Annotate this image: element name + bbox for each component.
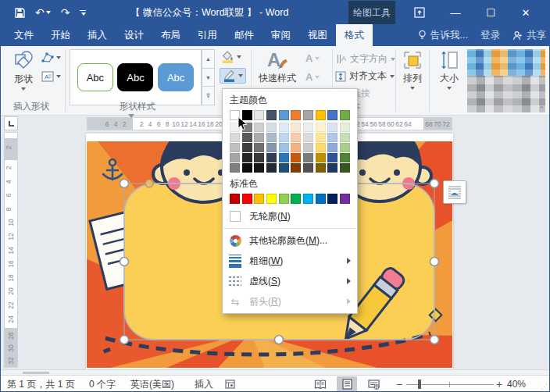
resize-grip[interactable]: ⋰ [541, 383, 548, 390]
variant-color-swatch[interactable] [242, 123, 252, 132]
read-mode-icon[interactable] [310, 376, 330, 392]
standard-color-swatch[interactable] [279, 194, 289, 204]
tab-审阅[interactable]: 审阅 [262, 24, 299, 46]
tab-邮件[interactable]: 邮件 [226, 24, 262, 46]
tab-文件[interactable]: 文件 [5, 24, 42, 46]
variant-color-swatch[interactable] [291, 143, 301, 152]
shape-style-preset[interactable]: Abc [77, 63, 113, 91]
theme-color-swatch[interactable] [279, 110, 289, 120]
language-status[interactable]: 英语(美国) [130, 376, 174, 392]
selection-handle[interactable] [275, 336, 284, 344]
gallery-up-icon[interactable]: ▲ [202, 49, 215, 69]
variant-color-swatch[interactable] [242, 153, 252, 162]
edit-shape-button[interactable] [41, 52, 61, 63]
menu-item-weight[interactable]: 粗细(W) [223, 251, 357, 271]
variant-color-swatch[interactable] [316, 143, 326, 152]
variant-color-swatch[interactable] [291, 153, 301, 162]
variant-color-swatch[interactable] [230, 163, 240, 173]
theme-color-swatch[interactable] [316, 110, 326, 120]
tab-设计[interactable]: 设计 [116, 24, 152, 46]
text-direction-button[interactable]: A 文字方向 [337, 52, 395, 66]
menu-item-dashes[interactable]: 虚线(S) [223, 271, 357, 291]
word-count[interactable]: 0 个字 [89, 376, 116, 392]
zoom-slider-thumb[interactable] [418, 380, 421, 389]
text-fill-button[interactable]: A [305, 52, 320, 64]
standard-color-swatch[interactable] [327, 194, 338, 204]
theme-color-swatch[interactable] [254, 110, 264, 120]
variant-color-swatch[interactable] [254, 153, 264, 162]
variant-color-swatch[interactable] [303, 163, 313, 173]
theme-color-swatch[interactable] [230, 110, 240, 120]
variant-color-swatch[interactable] [340, 143, 350, 152]
variant-color-swatch[interactable] [303, 153, 313, 162]
shape-style-preset[interactable]: Abc [158, 63, 194, 91]
variant-color-swatch[interactable] [340, 163, 350, 173]
menu-item-no-outline[interactable]: 无轮廓(N) [223, 206, 357, 226]
scrollbar-thumb[interactable] [23, 372, 49, 374]
variant-color-swatch[interactable] [230, 133, 240, 142]
variant-color-swatch[interactable] [316, 123, 326, 132]
selection-handle[interactable] [430, 336, 439, 344]
variant-color-swatch[interactable] [230, 153, 240, 162]
variant-color-swatch[interactable] [230, 123, 240, 132]
selection-handle[interactable] [430, 180, 439, 188]
text-outline-button[interactable]: A [305, 71, 320, 83]
redo-icon[interactable]: ↷ [61, 7, 70, 18]
variant-color-swatch[interactable] [327, 143, 338, 152]
selection-handle[interactable] [120, 258, 129, 266]
contextual-tab-header[interactable]: 绘图工具 [348, 1, 395, 24]
quick-styles-button[interactable]: A 快速样式 [257, 50, 298, 85]
tab-格式[interactable]: 格式 [336, 24, 373, 46]
collapse-ribbon-icon[interactable]: ⌃ [538, 105, 545, 113]
variant-color-swatch[interactable] [291, 123, 301, 132]
selection-handle[interactable] [120, 336, 129, 344]
align-text-button[interactable]: 对齐文本 [335, 69, 395, 83]
variant-color-swatch[interactable] [279, 143, 289, 152]
variant-color-swatch[interactable] [291, 133, 301, 142]
print-layout-icon[interactable] [337, 376, 357, 392]
selection-handle[interactable] [120, 180, 129, 188]
menu-item-arrows[interactable]: ⇆ 箭头(R) [223, 291, 357, 312]
gallery-down-icon[interactable]: ▼ [202, 69, 215, 87]
variant-color-swatch[interactable] [316, 133, 326, 142]
theme-color-swatch[interactable] [303, 110, 313, 120]
standard-color-swatch[interactable] [316, 194, 326, 204]
ribbon-display-options-icon[interactable] [406, 1, 433, 24]
variant-color-swatch[interactable] [266, 153, 277, 162]
variant-color-swatch[interactable] [303, 133, 313, 142]
shape-style-preset[interactable]: Abc [117, 63, 153, 91]
variant-color-swatch[interactable] [254, 123, 264, 132]
standard-color-swatch[interactable] [303, 194, 313, 204]
shapes-button[interactable]: 形状 [7, 50, 40, 91]
variant-color-swatch[interactable] [291, 163, 301, 173]
variant-color-swatch[interactable] [303, 123, 313, 132]
macro-record-icon[interactable] [225, 376, 235, 392]
theme-color-swatch[interactable] [340, 110, 350, 120]
page-indicator[interactable]: 第 1 页，共 1 页 [7, 376, 75, 392]
layout-options-button[interactable] [443, 180, 466, 204]
tab-插入[interactable]: 插入 [79, 24, 116, 46]
text-box-button[interactable]: A [41, 71, 61, 82]
customize-qat-icon[interactable] [80, 10, 86, 16]
tab-stop-selector[interactable] [4, 116, 18, 130]
vertical-ruler[interactable]: 224681012141618202224283032 [4, 132, 18, 368]
size-button[interactable]: 大小 [435, 50, 463, 90]
variant-color-swatch[interactable] [279, 123, 289, 132]
variant-color-swatch[interactable] [266, 143, 277, 152]
variant-color-swatch[interactable] [279, 133, 289, 142]
undo-icon[interactable]: ↶ [35, 7, 51, 18]
zoom-out-button[interactable]: − [396, 376, 402, 392]
variant-color-swatch[interactable] [242, 143, 252, 152]
shape-outline-button[interactable] [220, 68, 246, 84]
variant-color-swatch[interactable] [254, 163, 264, 173]
tell-me-button[interactable]: 告诉我... [418, 29, 468, 42]
tab-开始[interactable]: 开始 [42, 24, 79, 46]
variant-color-swatch[interactable] [327, 133, 338, 142]
theme-color-swatch[interactable] [327, 110, 338, 120]
variant-color-swatch[interactable] [266, 133, 277, 142]
selection-handle[interactable] [430, 258, 439, 266]
standard-color-swatch[interactable] [291, 194, 301, 204]
standard-color-swatch[interactable] [266, 194, 277, 204]
variant-color-swatch[interactable] [340, 123, 350, 132]
maximize-button[interactable]: ☐ [477, 1, 504, 24]
